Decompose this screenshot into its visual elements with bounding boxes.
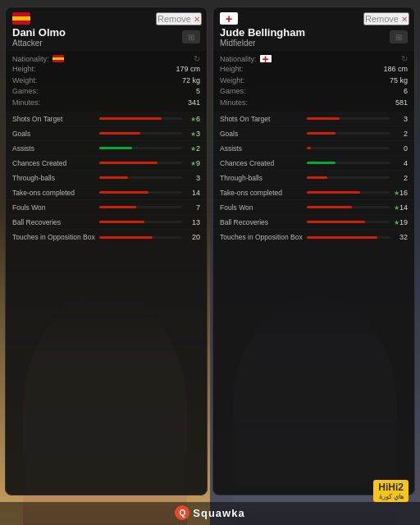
stat-bar-fill: [99, 132, 141, 135]
stat-label: Fouls Won: [12, 203, 96, 212]
stat-label: Chances Created: [220, 159, 304, 167]
nationality-flag-right: [260, 55, 272, 62]
card-header-right: Remove Jude Bellingham Midfielder: [213, 7, 414, 51]
stat-label: Through-balls: [220, 174, 304, 182]
star-icon: ★: [394, 219, 399, 226]
bio-games-left: Games: 5: [12, 86, 200, 98]
stat-bar-fill: [307, 162, 336, 164]
stats-rows-left: Shots On Target ★6 Goals ★3 Assists ★2 C…: [6, 112, 207, 244]
stat-label: Take-ons completed: [220, 189, 304, 197]
remove-button-left[interactable]: Remove: [156, 12, 202, 25]
stat-value: 32: [393, 233, 408, 241]
stat-bar: [99, 132, 183, 135]
stat-row: Touches in Opposition Box 32: [213, 230, 414, 244]
star-icon: ★: [190, 130, 196, 138]
stat-row: Take-ons completed ★16: [213, 185, 414, 200]
stat-label: Take-ons completed: [12, 189, 96, 197]
stat-label: Fouls Won: [220, 203, 304, 212]
stat-value: 3: [185, 174, 200, 182]
bio-minutes-right: Minutes: 581: [220, 98, 408, 109]
stat-value: 7: [185, 203, 200, 212]
stat-value: ★9: [185, 159, 200, 167]
stat-bar-fill: [99, 191, 149, 194]
stat-row: Fouls Won ★14: [213, 200, 414, 215]
bio-stats-right: Nationality: ↻ Height: 186 cm Weight: 75…: [213, 51, 414, 112]
stat-row: Assists 0: [213, 141, 414, 156]
stat-row: Chances Created ★9: [6, 156, 207, 171]
stat-row: Assists ★2: [6, 141, 207, 156]
remove-button-right[interactable]: Remove: [363, 12, 409, 25]
stat-bar: [99, 176, 183, 179]
hihi-badge: HiHi2 هاي كورة: [373, 480, 409, 502]
stat-value: 2: [393, 174, 408, 182]
player-position-right: Midfielder: [220, 39, 408, 48]
bio-weight-left: Weight: 72 kg: [12, 75, 200, 87]
stat-bar: [99, 191, 183, 194]
star-icon: ★: [394, 189, 399, 197]
footer-bar: Squawka: [0, 502, 420, 525]
stat-bar-fill: [99, 117, 162, 120]
stat-bar: [99, 147, 183, 149]
stat-row: Goals ★3: [6, 126, 207, 141]
star-icon: ★: [190, 116, 196, 123]
stat-label: Shots On Target: [12, 115, 96, 123]
card-icon-left: [182, 30, 200, 43]
stat-row: Shots On Target 3: [213, 112, 414, 126]
stat-row: Take-ons completed 14: [6, 185, 207, 200]
ui-overlay: Remove Dani Olmo Attacker Nationality: ↻…: [0, 0, 420, 525]
stat-bar-fill: [307, 236, 377, 239]
stat-row: Chances Created 4: [213, 156, 414, 171]
stat-bar: [99, 117, 183, 120]
stat-row: Shots On Target ★6: [6, 112, 207, 126]
star-icon: ★: [394, 204, 399, 212]
stat-bar: [99, 206, 183, 208]
squawka-icon: [175, 505, 189, 520]
stat-value: 20: [185, 233, 200, 241]
flag-england: [220, 12, 238, 25]
cards-container: Remove Dani Olmo Attacker Nationality: ↻…: [0, 0, 420, 502]
stat-bar-fill: [99, 221, 145, 223]
stat-label: Touches in Opposition Box: [12, 233, 96, 241]
stat-label: Ball Recoveries: [220, 218, 304, 226]
stat-bar: [99, 162, 183, 164]
star-icon: ★: [190, 160, 196, 167]
stat-bar-fill: [307, 191, 361, 194]
stat-row: Ball Recoveries ★19: [213, 215, 414, 230]
bio-height-right: Height: 186 cm: [220, 64, 408, 75]
stat-value: 3: [393, 115, 408, 123]
stat-bar-fill: [99, 176, 129, 179]
player-card-right: Remove Jude Bellingham Midfielder Nation…: [212, 7, 415, 495]
stat-bar-fill: [307, 147, 311, 149]
stat-bar-fill: [307, 206, 353, 208]
stat-label: Shots On Target: [220, 115, 304, 123]
stat-value: 14: [185, 189, 200, 197]
hihi-main: HiHi2: [378, 482, 404, 493]
stat-bar: [307, 176, 390, 179]
bio-height-left: Height: 179 cm: [12, 64, 200, 75]
stat-label: Goals: [220, 130, 304, 138]
stat-label: Assists: [12, 144, 96, 153]
stat-value: 13: [185, 218, 200, 226]
stat-bar: [307, 221, 390, 223]
stat-bar: [307, 206, 390, 208]
stat-row: Touches in Opposition Box 20: [6, 230, 207, 244]
stat-bar-fill: [99, 236, 153, 239]
stat-bar-fill: [99, 147, 133, 149]
bio-games-right: Games: 6: [220, 86, 408, 98]
squawka-text: Squawka: [193, 507, 244, 519]
stat-row: Through-balls 2: [213, 171, 414, 185]
nationality-flag-left: [52, 55, 64, 62]
stat-value: 0: [393, 144, 408, 153]
stat-bar: [99, 221, 183, 223]
player-card-left: Remove Dani Olmo Attacker Nationality: ↻…: [5, 7, 208, 495]
stat-row: Goals 2: [213, 126, 414, 141]
stat-bar-fill: [307, 221, 365, 223]
hihi-sub: هاي كورة: [378, 493, 404, 500]
nationality-row-right: Nationality: ↻: [220, 54, 408, 63]
player-name-right: Jude Bellingham: [220, 26, 408, 39]
stat-bar: [99, 236, 183, 239]
stat-bar: [307, 117, 390, 120]
card-icon-right: [390, 30, 408, 43]
stat-bar-fill: [99, 206, 137, 208]
card-header-left: Remove Dani Olmo Attacker: [6, 7, 207, 51]
